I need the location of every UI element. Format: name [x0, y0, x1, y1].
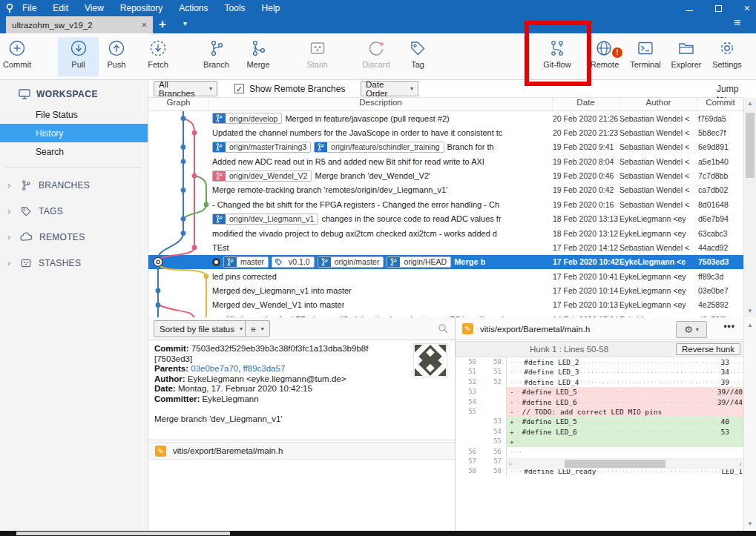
remote-icon [596, 37, 614, 59]
commit-row[interactable]: Merged dev_Wendel_V1 into master17 Feb 2… [148, 298, 743, 312]
column-header-graph[interactable]: Graph [148, 98, 209, 110]
restore-button[interactable] [715, 5, 722, 12]
commit-row[interactable]: origin/developMerged in feature/javascop… [148, 111, 743, 125]
chevron-right-icon[interactable]: › [7, 205, 13, 216]
menu-item-file[interactable]: File [22, 3, 36, 13]
menu-item-actions[interactable]: Actions [179, 3, 208, 13]
chevron-right-icon[interactable]: › [7, 179, 13, 191]
commit-row[interactable]: Updated the channel numbers for the Java… [148, 125, 743, 139]
commit-row[interactable]: origin/masterTraining3origin/feature/sch… [148, 140, 743, 154]
commit-row[interactable]: masterv0.1.0origin/masterorigin/HEADMerg… [148, 255, 743, 269]
scroll-right-icon[interactable]: › [739, 459, 742, 468]
old-line-number: 54 [456, 397, 481, 407]
branch-badge[interactable]: origin/master [318, 257, 384, 268]
menu-item-repository[interactable]: Repository [120, 3, 162, 13]
badge-label: v0.1.0 [285, 257, 314, 267]
close-button[interactable]: × [744, 3, 750, 13]
tag-button[interactable]: Tag [400, 37, 435, 76]
scroll-down-icon[interactable]: ▼ [744, 520, 756, 527]
commit-row[interactable]: Merged dev_Liegmann_v1 into master17 Feb… [148, 283, 743, 297]
column-header-commit[interactable]: Commit [698, 98, 743, 110]
column-header-date[interactable]: Date [553, 98, 619, 110]
commit-row[interactable]: Added new ADC read out in R5 and added n… [148, 154, 743, 168]
branch-badge[interactable]: origin/feature/schindler_training [314, 142, 444, 153]
sidebar-item-file-status[interactable]: File Status [0, 105, 148, 124]
new-tab-button[interactable]: + [159, 17, 166, 32]
commit-row[interactable]: origin/dev_Liegmann_v1changes in the sou… [148, 212, 743, 226]
push-button[interactable]: Push [99, 37, 134, 76]
column-header-author[interactable]: Author [619, 98, 698, 110]
sidebar-group-stashes[interactable]: ›STASHES [0, 250, 148, 276]
sidebar-group-remotes[interactable]: ›REMOTES [0, 224, 148, 250]
settings-button[interactable]: Settings [707, 37, 747, 76]
reverse-hunk-button[interactable]: Reverse hunk [676, 343, 740, 355]
branch-badge[interactable]: origin/dev_Liegmann_v1 [212, 214, 318, 225]
scrollbar-thumb[interactable] [16, 532, 230, 535]
terminal-button[interactable]: Terminal [625, 37, 665, 76]
tab-close-icon[interactable]: × [141, 19, 147, 30]
sidebar-item-history[interactable]: History [0, 124, 148, 142]
branch-button[interactable]: Branch [195, 37, 237, 76]
diff-scrollbar[interactable]: ▲ ▼ [743, 317, 756, 532]
more-options-button[interactable]: ••• [723, 321, 735, 331]
commit-hash: 6e9d891 [698, 142, 743, 151]
commit-button[interactable]: Commit [0, 37, 34, 76]
commit-row[interactable]: - Changed the bit shift for the FPGA reg… [148, 197, 743, 211]
diff-options-button[interactable]: ⚙▾ [676, 321, 707, 338]
diff-line: 54-·#define LED_639//44 [456, 397, 744, 407]
scroll-up-icon[interactable]: ▲ [744, 322, 756, 328]
parent-link[interactable]: ff89c3da57 [243, 364, 286, 373]
merge-button[interactable]: Merge [237, 37, 279, 76]
branch-badge[interactable]: origin/masterTraining3 [212, 142, 311, 153]
diff-horizontal-scrollbar[interactable]: ‹ › [507, 458, 744, 469]
hamburger-menu-icon[interactable]: ≡ [734, 16, 740, 30]
sidebar-group-branches[interactable]: ›BRANCHES [0, 172, 148, 198]
scroll-left-icon[interactable]: ‹ [509, 459, 512, 468]
scroll-down-icon[interactable]: ▼ [744, 308, 756, 314]
branch-filter-dropdown[interactable]: All Branches▾ [154, 81, 217, 96]
code-value: 34 [721, 367, 729, 377]
commit-row[interactable]: TEst17 Feb 2020 14:12Sebastian Wendel <4… [148, 240, 743, 254]
branch-badge[interactable]: origin/develop [212, 113, 282, 124]
search-icon[interactable] [438, 323, 448, 334]
tag-label: Tag [411, 60, 424, 69]
scrollbar-thumb[interactable] [565, 460, 665, 468]
tag-badge[interactable]: v0.1.0 [272, 257, 315, 268]
file-row[interactable]: ✎ vitis/export/Baremetal/main.h [148, 442, 455, 460]
commit-row[interactable]: modified the vivado project to debug axi… [148, 226, 743, 240]
file-sort-dropdown[interactable]: Sorted by file status▾ [154, 320, 249, 337]
sort-order-dropdown[interactable]: Date Order▾ [361, 81, 418, 96]
menu-item-help[interactable]: Help [262, 3, 280, 13]
tab-list-caret-icon[interactable]: ▾ [183, 19, 187, 27]
column-header-description[interactable]: Description [209, 98, 553, 110]
branches-icon [20, 179, 32, 191]
commit-row[interactable]: modified mapping for LED pins modified t… [148, 312, 743, 317]
chevron-right-icon[interactable]: › [7, 231, 13, 242]
repo-tab[interactable]: ultrazohm_sw_v19_2 × [6, 16, 153, 33]
sidebar-group-tags[interactable]: ›TAGS [0, 198, 148, 224]
sidebar-item-search[interactable]: Search [0, 142, 148, 161]
minimize-button[interactable] [686, 10, 693, 11]
history-scrollbar[interactable]: ▲ ▼ [743, 98, 756, 317]
file-menu-dropdown[interactable]: ≡▾ [245, 320, 270, 337]
scroll-up-icon[interactable]: ▲ [744, 100, 756, 107]
parent-link[interactable]: 03e0be7a70 [191, 364, 238, 373]
branch-badge[interactable]: origin/HEAD [387, 257, 451, 268]
menu-item-tools[interactable]: Tools [225, 3, 246, 13]
gitflow-button[interactable]: Git-flow [536, 37, 578, 76]
menu-item-view[interactable]: View [85, 3, 104, 13]
branch-badge[interactable]: origin/dev_Wendel_V2 [212, 171, 312, 182]
commit-row[interactable]: Merge remote-tracking branch 'remotes/or… [148, 183, 743, 197]
scrollbar-thumb[interactable] [746, 113, 755, 178]
commit-row[interactable]: led pins corrected17 Feb 2020 10:41EykeL… [148, 269, 743, 283]
remote-button[interactable]: Remote! [585, 37, 624, 76]
show-remote-checkbox[interactable]: ✓ [234, 84, 244, 93]
pull-button[interactable]: Pull [58, 37, 99, 76]
commit-row[interactable]: origin/dev_Wendel_V2Merge branch 'dev_We… [148, 168, 743, 182]
window-bottom-scrollbar[interactable] [0, 531, 756, 536]
branch-badge[interactable]: master [223, 257, 269, 268]
fetch-button[interactable]: Fetch [138, 37, 178, 76]
menu-item-edit[interactable]: Edit [53, 3, 68, 13]
explorer-button[interactable]: Explorer [665, 37, 707, 76]
chevron-right-icon[interactable]: › [7, 257, 13, 268]
